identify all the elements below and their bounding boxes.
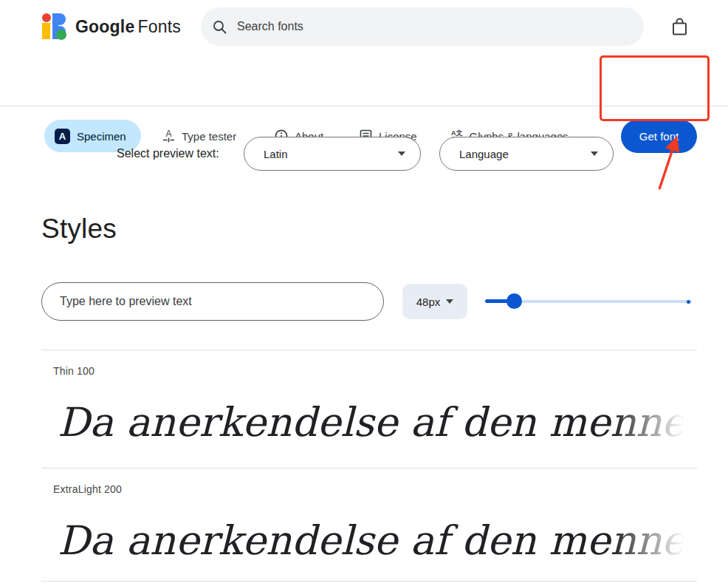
logo-google-text: Google	[75, 17, 134, 36]
chevron-down-icon	[446, 299, 453, 304]
logo-fonts-text: Fonts	[137, 17, 181, 36]
app-header: GoogleFonts Search fonts	[0, 0, 728, 53]
script-select-value: Latin	[264, 148, 288, 160]
specimen-a-icon: A	[55, 129, 70, 144]
style-rows: Thin 100 Da anerkendelse af den menneske…	[41, 350, 697, 582]
search-icon	[213, 20, 227, 34]
specimen-nav-bar: A Specimen A Type tester About	[0, 53, 728, 106]
language-select-dropdown[interactable]: Language	[439, 137, 614, 171]
google-fonts-specimen-page: GoogleFonts Search fonts A Specimen A	[0, 0, 728, 586]
language-select-value: Language	[459, 148, 509, 160]
style-preview-text[interactable]: Da anerkendelse af den mennesket ib	[58, 504, 697, 578]
font-size-slider[interactable]	[485, 284, 692, 319]
select-preview-text-label: Select preview text:	[117, 147, 219, 160]
styles-section-title: Styles	[41, 214, 117, 245]
chevron-down-icon	[398, 151, 405, 156]
slider-thumb[interactable]	[506, 293, 522, 309]
slider-end-dot	[687, 300, 690, 304]
search-placeholder: Search fonts	[237, 20, 303, 33]
font-size-value: 48px	[416, 296, 441, 308]
style-name-label: ExtraLight 200	[53, 483, 122, 495]
chevron-down-icon	[591, 151, 598, 156]
search-fonts-input[interactable]: Search fonts	[201, 7, 644, 46]
tab-type-tester-label: Type tester	[182, 130, 236, 143]
font-size-select[interactable]: 48px	[402, 284, 467, 319]
style-row-thin-100: Thin 100 Da anerkendelse af den menneske…	[41, 350, 697, 468]
bag-button[interactable]	[663, 10, 696, 43]
type-tester-icon: A	[162, 129, 175, 143]
style-name-label: Thin 100	[53, 365, 95, 377]
get-font-button[interactable]: Get font	[621, 120, 697, 153]
logo-wordmark: GoogleFonts	[75, 17, 181, 37]
shopping-bag-icon	[671, 18, 688, 36]
script-select-dropdown[interactable]: Latin	[244, 137, 421, 171]
style-row-extralight-200: ExtraLight 200 Da anerkendelse af den me…	[41, 468, 697, 582]
tab-specimen-label: Specimen	[77, 130, 126, 143]
style-preview-text[interactable]: Da anerkendelse af den mennesket ib	[58, 386, 697, 460]
svg-text:A: A	[165, 129, 171, 139]
google-fonts-logo-icon	[41, 11, 69, 42]
google-fonts-logo[interactable]: GoogleFonts	[41, 10, 181, 43]
preview-text-input[interactable]	[41, 282, 384, 321]
